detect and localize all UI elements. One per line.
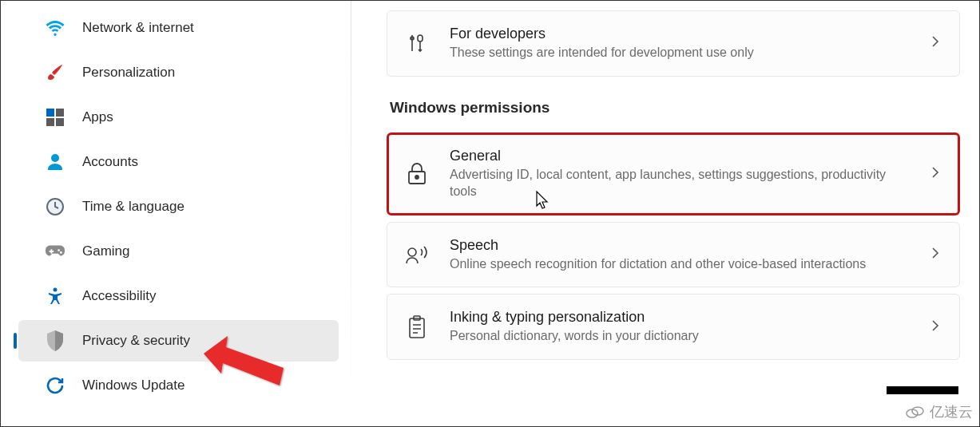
sidebar-item-label: Accounts bbox=[82, 154, 138, 170]
card-inking-typing[interactable]: Inking & typing personalization Personal… bbox=[387, 294, 960, 360]
svg-point-4 bbox=[51, 154, 59, 162]
svg-point-8 bbox=[415, 176, 419, 179]
tools-icon bbox=[405, 31, 429, 55]
sidebar-item-time-language[interactable]: Time & language bbox=[18, 186, 339, 227]
shield-icon bbox=[46, 331, 65, 350]
card-desc: Personal dictionary, words in your dicti… bbox=[450, 327, 908, 345]
chevron-right-icon bbox=[929, 166, 942, 182]
speech-icon bbox=[405, 243, 429, 267]
sidebar-item-network[interactable]: Network & internet bbox=[18, 7, 339, 49]
card-speech[interactable]: Speech Online speech recognition for dic… bbox=[387, 222, 960, 288]
svg-rect-10 bbox=[410, 318, 424, 338]
card-text: General Advertising ID, local content, a… bbox=[450, 148, 908, 200]
svg-point-6 bbox=[54, 288, 58, 292]
clock-icon bbox=[46, 197, 65, 216]
sidebar-item-gaming[interactable]: Gaming bbox=[18, 231, 339, 272]
sidebar-item-accessibility[interactable]: Accessibility bbox=[18, 275, 339, 317]
sidebar-item-windows-update[interactable]: Windows Update bbox=[18, 365, 339, 406]
sidebar-item-label: Windows Update bbox=[82, 378, 185, 393]
card-desc: These settings are intended for developm… bbox=[450, 44, 908, 61]
card-desc: Advertising ID, local content, app launc… bbox=[450, 166, 908, 200]
card-text: Speech Online speech recognition for dic… bbox=[450, 237, 908, 273]
accessibility-icon bbox=[46, 287, 65, 306]
card-text: Inking & typing personalization Personal… bbox=[450, 309, 908, 345]
watermark: 亿速云 bbox=[904, 402, 973, 421]
sidebar-item-accounts[interactable]: Accounts bbox=[18, 141, 339, 183]
svg-rect-2 bbox=[46, 118, 54, 126]
main-content: For developers These settings are intend… bbox=[351, 1, 979, 426]
gamepad-icon bbox=[46, 242, 65, 261]
clipboard-icon bbox=[405, 315, 429, 339]
sidebar-item-label: Gaming bbox=[82, 243, 130, 259]
card-desc: Online speech recognition for dictation … bbox=[450, 255, 908, 273]
sidebar-item-label: Time & language bbox=[82, 199, 184, 215]
card-title: For developers bbox=[450, 26, 908, 42]
svg-rect-1 bbox=[56, 109, 64, 117]
sidebar-item-label: Personalization bbox=[82, 65, 175, 81]
lock-icon bbox=[405, 162, 429, 186]
card-general[interactable]: General Advertising ID, local content, a… bbox=[387, 132, 960, 215]
card-title: Inking & typing personalization bbox=[450, 309, 908, 326]
wifi-icon bbox=[46, 18, 65, 38]
update-icon bbox=[46, 376, 65, 395]
sidebar-item-label: Accessibility bbox=[82, 288, 157, 304]
account-icon bbox=[46, 152, 65, 172]
section-header: Windows permissions bbox=[390, 99, 960, 117]
sidebar-item-label: Privacy & security bbox=[82, 333, 190, 349]
apps-icon bbox=[46, 108, 65, 127]
paintbrush-icon bbox=[46, 63, 65, 82]
sidebar-item-privacy-security[interactable]: Privacy & security bbox=[18, 320, 339, 362]
sidebar-item-label: Network & internet bbox=[82, 20, 194, 36]
sidebar-item-apps[interactable]: Apps bbox=[18, 97, 339, 138]
sidebar-item-label: Apps bbox=[82, 109, 113, 125]
watermark-text: 亿速云 bbox=[930, 402, 973, 421]
card-text: For developers These settings are intend… bbox=[450, 26, 908, 61]
watermark-bar bbox=[887, 386, 958, 394]
card-title: Speech bbox=[450, 237, 908, 254]
card-for-developers[interactable]: For developers These settings are intend… bbox=[387, 10, 960, 77]
sidebar: Network & internet Personalization Apps … bbox=[1, 1, 351, 426]
svg-point-9 bbox=[408, 248, 416, 256]
svg-rect-3 bbox=[56, 118, 64, 126]
chevron-right-icon bbox=[929, 247, 942, 263]
chevron-right-icon bbox=[929, 35, 942, 51]
chevron-right-icon bbox=[929, 319, 942, 335]
sidebar-item-personalization[interactable]: Personalization bbox=[18, 52, 339, 93]
svg-rect-0 bbox=[46, 109, 54, 117]
card-title: General bbox=[450, 148, 908, 164]
